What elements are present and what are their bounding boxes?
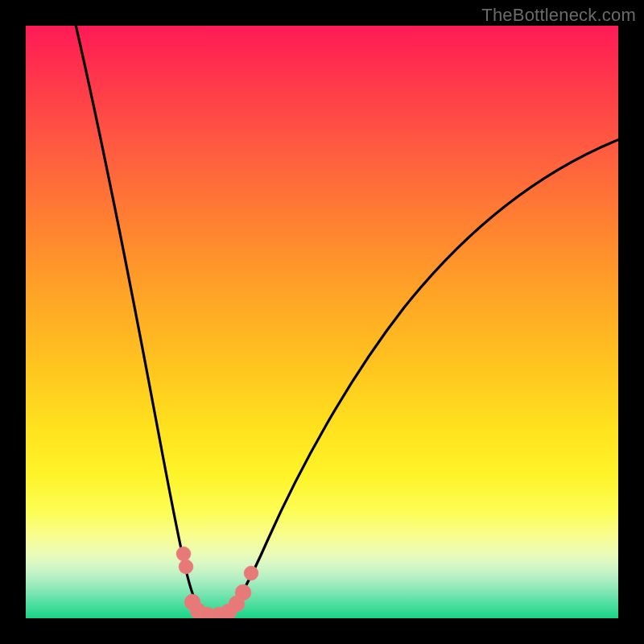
plot-area	[26, 26, 618, 618]
marker-bead	[179, 559, 193, 574]
marker-bead	[176, 547, 191, 561]
curve-layer	[26, 26, 618, 618]
marker-bead	[235, 584, 251, 601]
curve-left-branch	[74, 26, 213, 618]
curve-right-branch	[225, 138, 618, 617]
outer-frame: TheBottleneck.com	[0, 0, 644, 644]
watermark-text: TheBottleneck.com	[481, 5, 636, 26]
marker-bead	[244, 566, 258, 580]
